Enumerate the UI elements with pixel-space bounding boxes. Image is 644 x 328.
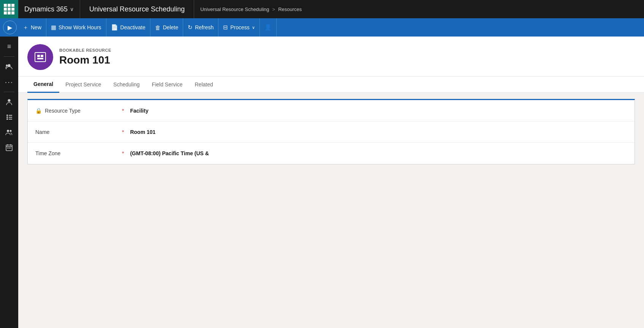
lock-icon: 🔒 xyxy=(35,108,42,114)
sidebar-item-list[interactable] xyxy=(2,110,16,124)
breadcrumb-app: Universal Resource Scheduling xyxy=(200,6,269,12)
calendar-icon: ▦ xyxy=(51,24,56,31)
svg-rect-16 xyxy=(9,148,10,148)
record-header: BOOKABLE RESOURCE Room 101 xyxy=(18,37,644,76)
resource-type-label: 🔒 Resource Type xyxy=(35,108,119,114)
tab-field-service[interactable]: Field Service xyxy=(146,77,189,93)
svg-rect-18 xyxy=(35,53,46,62)
svg-point-5 xyxy=(6,118,8,120)
app-title-section: Universal Resource Scheduling xyxy=(80,0,194,18)
show-work-hours-label: Show Work Hours xyxy=(59,24,101,30)
refresh-button[interactable]: ↻ Refresh xyxy=(183,18,218,37)
svg-rect-19 xyxy=(37,55,40,57)
delete-label: Delete xyxy=(163,24,178,30)
svg-rect-7 xyxy=(9,117,12,118)
svg-rect-6 xyxy=(9,115,12,116)
record-info: BOOKABLE RESOURCE Room 101 xyxy=(59,48,111,66)
field-resource-type: 🔒 Resource Type * Facility xyxy=(28,100,635,121)
dynamics-chevron-icon: ∨ xyxy=(70,6,74,12)
show-work-hours-button[interactable]: ▦ Show Work Hours xyxy=(46,18,106,37)
app-layout: ≡ ··· xyxy=(0,37,644,328)
breadcrumb: Universal Resource Scheduling > Resource… xyxy=(194,0,308,18)
deactivate-label: Deactivate xyxy=(120,24,146,30)
new-button[interactable]: ＋ New xyxy=(18,18,46,37)
waffle-icon xyxy=(4,4,14,14)
svg-point-10 xyxy=(10,130,12,132)
time-zone-label: Time Zone xyxy=(35,150,119,156)
sidebar-divider-1 xyxy=(4,56,14,57)
schedule-icon xyxy=(5,144,13,151)
users-icon xyxy=(5,129,13,136)
process-icon: ⊟ xyxy=(223,24,228,31)
main-content: BOOKABLE RESOURCE Room 101 General Proje… xyxy=(18,37,644,328)
dynamics-365-label: Dynamics 365 xyxy=(24,5,68,13)
app-title: Universal Resource Scheduling xyxy=(89,5,185,13)
top-bar: Dynamics 365 ∨ Universal Resource Schedu… xyxy=(0,0,644,18)
record-name: Room 101 xyxy=(59,54,111,66)
svg-rect-20 xyxy=(41,55,43,57)
dynamics-365-nav[interactable]: Dynamics 365 ∨ xyxy=(18,0,80,18)
sidebar: ≡ ··· xyxy=(0,37,18,328)
svg-point-2 xyxy=(8,99,11,102)
resource-type-required: * xyxy=(122,108,124,114)
form-area: 🔒 Resource Type * Facility Name * Room 1… xyxy=(18,93,644,170)
contacts-icon xyxy=(5,63,13,70)
avatar-icon xyxy=(33,50,47,64)
sidebar-item-schedule[interactable] xyxy=(2,141,16,154)
refresh-icon: ↻ xyxy=(188,24,193,31)
tab-project-service[interactable]: Project Service xyxy=(59,77,107,93)
svg-rect-21 xyxy=(37,58,43,59)
command-bar: ▶ ＋ New ▦ Show Work Hours 📄 Deactivate 🗑… xyxy=(0,18,644,37)
breadcrumb-section: Resources xyxy=(278,6,302,12)
user-button[interactable]: 👤 xyxy=(260,18,277,37)
svg-point-1 xyxy=(6,65,8,67)
sidebar-item-more[interactable]: ··· xyxy=(2,75,16,89)
name-value[interactable]: Room 101 xyxy=(130,129,155,135)
new-icon: ＋ xyxy=(23,24,28,31)
record-type-label: BOOKABLE RESOURCE xyxy=(59,48,111,53)
svg-rect-8 xyxy=(9,119,12,119)
sidebar-item-contacts[interactable] xyxy=(2,60,16,73)
process-chevron-icon: ∨ xyxy=(252,25,255,30)
field-time-zone: Time Zone * (GMT-08:00) Pacific Time (US… xyxy=(28,143,635,164)
sidebar-divider-2 xyxy=(4,92,14,92)
tab-scheduling[interactable]: Scheduling xyxy=(107,77,146,93)
name-label: Name xyxy=(35,129,119,135)
svg-point-3 xyxy=(6,115,8,116)
more-icon: ··· xyxy=(5,78,14,86)
breadcrumb-separator: > xyxy=(272,6,275,12)
svg-point-9 xyxy=(7,130,9,132)
waffle-button[interactable] xyxy=(0,0,18,18)
sidebar-item-resources[interactable] xyxy=(2,95,16,109)
user-icon: 👤 xyxy=(264,24,272,31)
process-button[interactable]: ⊟ Process ∨ xyxy=(218,18,260,37)
tab-related[interactable]: Related xyxy=(189,77,219,93)
resource-type-value[interactable]: Facility xyxy=(130,108,148,114)
svg-point-4 xyxy=(6,116,8,118)
deactivate-button[interactable]: 📄 Deactivate xyxy=(106,18,150,37)
expand-icon: ▶ xyxy=(8,24,12,31)
form-section-general: 🔒 Resource Type * Facility Name * Room 1… xyxy=(27,99,635,164)
svg-rect-15 xyxy=(7,148,8,148)
svg-rect-17 xyxy=(10,148,11,148)
deactivate-icon: 📄 xyxy=(111,24,118,31)
process-label: Process xyxy=(230,24,250,30)
list-icon xyxy=(5,113,13,121)
sidebar-item-menu[interactable]: ≡ xyxy=(2,40,16,53)
name-required: * xyxy=(122,129,124,135)
menu-icon: ≡ xyxy=(7,43,11,51)
refresh-label: Refresh xyxy=(195,24,214,30)
tab-general[interactable]: General xyxy=(27,76,59,93)
field-name: Name * Room 101 xyxy=(28,121,635,143)
sidebar-item-users[interactable] xyxy=(2,126,16,139)
time-zone-value[interactable]: (GMT-08:00) Pacific Time (US & xyxy=(130,150,209,156)
time-zone-required: * xyxy=(122,150,124,156)
expand-button[interactable]: ▶ xyxy=(3,21,17,34)
resources-icon xyxy=(5,98,13,106)
delete-icon: 🗑 xyxy=(155,24,161,31)
delete-button[interactable]: 🗑 Delete xyxy=(150,18,183,37)
tabs-bar: General Project Service Scheduling Field… xyxy=(18,76,644,93)
new-label: New xyxy=(31,24,41,30)
avatar xyxy=(27,44,53,70)
